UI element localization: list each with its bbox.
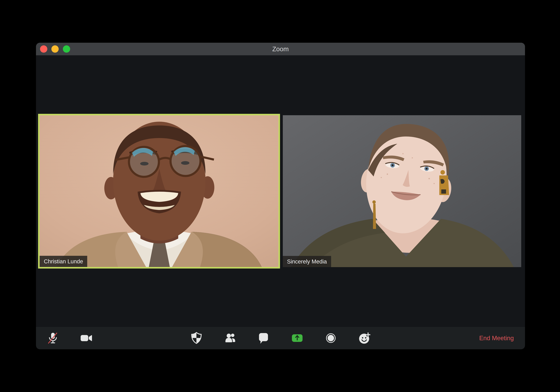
participants-icon	[224, 332, 237, 344]
desktop-background: Zoom	[0, 0, 560, 392]
reactions-icon	[358, 331, 372, 345]
name-badge-sincerely-media: Sincerely Media	[283, 256, 331, 267]
share-screen-icon	[291, 332, 304, 344]
participant-video-christian-lunde	[40, 115, 279, 267]
end-meeting-button[interactable]: End Meeting	[479, 327, 514, 349]
zoom-app-window: Zoom	[36, 43, 525, 349]
record-button[interactable]	[323, 330, 339, 346]
video-tile-sincerely-media[interactable]: Sincerely Media	[283, 115, 521, 267]
mic-muted-icon	[46, 332, 59, 344]
security-button[interactable]	[189, 330, 204, 346]
participant-video-sincerely-media	[283, 115, 521, 267]
chat-button[interactable]	[256, 330, 271, 346]
video-button[interactable]	[79, 330, 94, 346]
video-camera-icon	[80, 332, 93, 344]
mute-button[interactable]	[45, 330, 60, 346]
meeting-toolbar: End Meeting	[36, 327, 525, 349]
titlebar[interactable]: Zoom	[36, 43, 525, 55]
window-title: Zoom	[36, 43, 525, 55]
security-shield-icon	[190, 332, 203, 344]
reactions-button[interactable]	[357, 330, 372, 346]
share-screen-button[interactable]	[290, 330, 305, 346]
video-tile-christian-lunde[interactable]: Christian Lunde	[38, 114, 280, 269]
record-icon	[324, 332, 337, 344]
name-badge-christian-lunde: Christian Lunde	[40, 256, 87, 267]
participants-button[interactable]	[222, 330, 238, 346]
chat-icon	[257, 332, 270, 344]
